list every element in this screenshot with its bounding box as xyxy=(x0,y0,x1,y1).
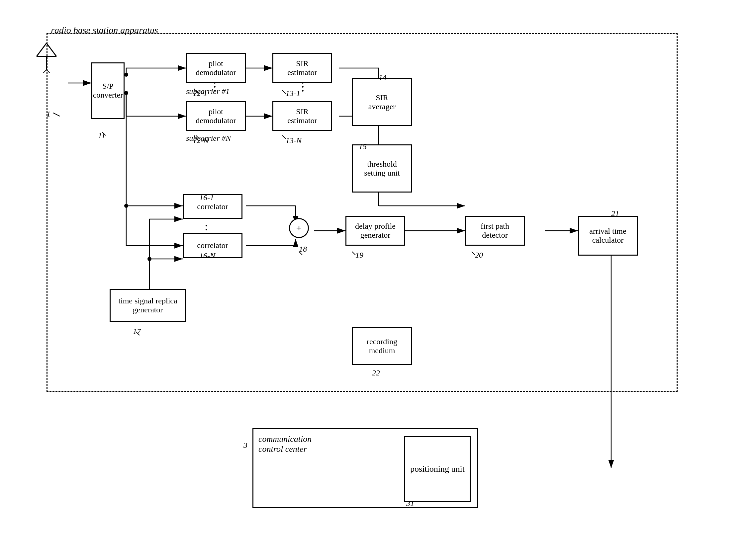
subcarrier1-label: subcarrier #1 xyxy=(186,87,230,96)
diagram-container: 1 radio base station apparatus S/P conve… xyxy=(20,13,731,544)
dots-demod: • • • xyxy=(211,82,218,92)
arrival-time-calc-label: arrival timecalculator xyxy=(589,227,626,245)
label-num11: 11 xyxy=(98,131,105,140)
first-path-detector-block: first pathdetector xyxy=(465,216,525,246)
ccc-box: communication control center 3 positioni… xyxy=(253,428,478,508)
plus-sign: + xyxy=(296,222,302,234)
sir-averager-label: SIRaverager xyxy=(368,93,396,111)
arrival-time-calc-block: arrival timecalculator xyxy=(578,216,638,255)
label-num15: 15 xyxy=(359,142,367,151)
subcarriern-label: subcarrier #N xyxy=(186,134,231,143)
label-num19: 19 xyxy=(355,251,363,260)
label-num3: 3 xyxy=(243,441,248,450)
first-path-detector-label: first pathdetector xyxy=(481,222,509,240)
label-num18: 18 xyxy=(299,245,307,254)
correlator-n-label: correlator xyxy=(197,241,228,250)
pilot-demod-1-block: pilotdemodulator xyxy=(186,53,246,83)
adder-block: + xyxy=(289,218,309,238)
time-signal-replica-label: time signal replicagenerator xyxy=(118,296,177,314)
label-num22: 22 xyxy=(372,369,380,377)
sp-converter-block: S/P converter xyxy=(91,62,124,119)
recording-medium-block: recordingmedium xyxy=(352,327,412,365)
dots-sir: • • • xyxy=(299,82,306,92)
svg-line-59 xyxy=(40,70,46,73)
sp-converter-label: S/P converter xyxy=(93,82,123,100)
pilot-demod-n-block: pilotdemodulator xyxy=(186,101,246,131)
label-num31: 31 xyxy=(406,499,414,508)
label-num14: 14 xyxy=(379,73,387,82)
sir-est-n-label: SIRestimator xyxy=(287,107,317,125)
threshold-setting-block: thresholdsetting unit xyxy=(352,144,412,192)
pilot-demod-n-label: pilotdemodulator xyxy=(196,107,236,125)
pilot-demod-1-label: pilotdemodulator xyxy=(196,59,236,77)
threshold-setting-label: thresholdsetting unit xyxy=(364,160,399,178)
sir-est-1-block: SIRestimator xyxy=(272,53,332,83)
correlator-1-label: correlator xyxy=(197,202,228,211)
label-num161: 16-1 xyxy=(199,193,214,202)
delay-profile-gen-label: delay profilegenerator xyxy=(355,222,396,240)
sir-averager-block: SIRaverager xyxy=(352,78,412,126)
label-num17: 17 xyxy=(133,327,141,336)
recording-medium-label: recordingmedium xyxy=(367,337,397,355)
label-num131: 13-1 xyxy=(285,89,300,98)
label-num13n: 13-N xyxy=(285,136,302,145)
delay-profile-gen-block: delay profilegenerator xyxy=(346,216,405,246)
ccc-label: communication control center xyxy=(258,434,312,454)
sir-est-1-label: SIRestimator xyxy=(287,59,317,77)
rbs-box-label: radio base station apparatus xyxy=(51,25,158,36)
label-num21: 21 xyxy=(611,209,619,218)
sir-est-n-block: SIRestimator xyxy=(272,101,332,131)
svg-line-56 xyxy=(37,43,46,57)
label-num20: 20 xyxy=(475,251,483,260)
positioning-unit-label: positioning unit xyxy=(410,464,465,474)
label-num16n: 16-N xyxy=(199,251,215,260)
time-signal-replica-block: time signal replicagenerator xyxy=(110,289,186,322)
positioning-unit-block: positioning unit xyxy=(404,436,471,502)
